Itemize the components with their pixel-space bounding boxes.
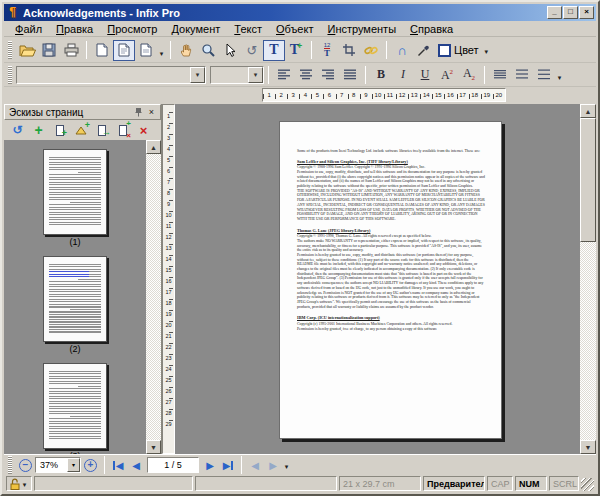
delete-pages-icon[interactable]: ×	[136, 123, 151, 138]
view-fit-width-button[interactable]	[135, 40, 157, 61]
color-dropdown[interactable]: ▾	[482, 48, 491, 60]
view-fit-page-button[interactable]	[113, 40, 135, 61]
scroll-down-icon[interactable]: ▼	[580, 440, 596, 454]
menu-item-help[interactable]: Справка	[403, 22, 460, 36]
text-size-tool-button[interactable]: 12T	[316, 40, 338, 61]
align-center-button[interactable]	[295, 64, 317, 85]
ruler-number: 1	[263, 89, 275, 101]
menu-item-tools[interactable]: Инструменты	[320, 22, 403, 36]
rotate-tool-button[interactable]: ↺	[241, 40, 263, 61]
text-tool-button[interactable]: T	[263, 40, 285, 61]
line-spacing-medium-button[interactable]	[511, 64, 533, 85]
line-spacing-tight-button[interactable]	[489, 64, 511, 85]
thumbnails-scroll-track[interactable]	[146, 154, 161, 440]
document-canvas[interactable]: Some of the products from Iceni Technolo…	[175, 104, 580, 454]
page-thumbnail[interactable]: (3)	[43, 363, 107, 454]
lock-dropdown[interactable]: ▾	[21, 481, 28, 490]
toolbar-grip[interactable]	[8, 66, 12, 84]
eyedropper-icon	[417, 43, 431, 57]
history-forward-button[interactable]: ▶	[264, 457, 282, 474]
font-name-combo[interactable]: ▾	[16, 66, 206, 84]
title-bar[interactable]: ¶ Acknowledgements - Infix Pro _ □ ×	[4, 4, 596, 21]
window-title: Acknowledgements - Infix Pro	[23, 7, 547, 19]
ruler-mark: 5	[163, 156, 174, 167]
toolbar-grip[interactable]	[8, 456, 12, 474]
menu-item-object[interactable]: Объект	[269, 22, 320, 36]
path-tool-button[interactable]: ∩	[391, 40, 413, 61]
toolbar-grip[interactable]	[8, 41, 12, 59]
save-button[interactable]	[38, 40, 60, 61]
thumbnail-label: (1)	[43, 237, 107, 247]
menu-item-text[interactable]: Текст	[227, 22, 269, 36]
ruler-number: 14	[420, 89, 432, 101]
minimize-button[interactable]: _	[547, 6, 562, 19]
font-size-combo[interactable]: ▾	[210, 66, 264, 84]
chevron-down-icon[interactable]: ▾	[190, 67, 205, 83]
print-button[interactable]	[60, 40, 82, 61]
zoom-in-button[interactable]: +	[84, 459, 97, 472]
thumbnails-panel: Эскизы страниц × ↺ + + + → +× ×	[4, 104, 162, 454]
view-options-dropdown[interactable]: ▾	[157, 50, 166, 62]
align-left-button[interactable]	[273, 64, 295, 85]
menu-item-edit[interactable]: Правка	[49, 22, 100, 36]
bold-button[interactable]: B	[370, 64, 392, 85]
menu-item-file[interactable]: Файл	[8, 22, 49, 36]
document-scroll-track[interactable]	[580, 242, 596, 440]
chevron-down-icon[interactable]: ▾	[248, 67, 263, 83]
view-single-page-button[interactable]	[91, 40, 113, 61]
align-right-button[interactable]	[317, 64, 339, 85]
scroll-lock-indicator: SCRL	[549, 476, 579, 491]
zoom-level-combo[interactable]: 37% ▾	[35, 457, 81, 473]
scroll-down-icon[interactable]: ▼	[146, 440, 161, 454]
insert-page-icon[interactable]: +	[31, 123, 46, 138]
scroll-up-icon[interactable]: ▲	[146, 140, 161, 154]
scrollbar-thumb[interactable]	[580, 118, 596, 242]
eyedropper-tool-button[interactable]	[413, 40, 435, 61]
link-tool-button[interactable]	[360, 40, 382, 61]
hand-tool-button[interactable]	[175, 40, 197, 61]
lock-button[interactable]: ▾	[6, 476, 32, 491]
panel-close-icon[interactable]: ×	[145, 106, 158, 118]
pin-icon[interactable]	[132, 106, 145, 118]
page-size-field: 21 x 29.7 cm	[339, 476, 421, 491]
select-tool-button[interactable]	[219, 40, 241, 61]
align-justify-button[interactable]	[339, 64, 361, 85]
first-page-icon: ◀	[116, 460, 124, 471]
maximize-button[interactable]: □	[563, 6, 578, 19]
close-button[interactable]: ×	[579, 6, 594, 19]
replace-pages-icon[interactable]: +×	[115, 123, 130, 138]
duplicate-page-icon[interactable]: +	[52, 123, 67, 138]
menu-item-view[interactable]: Просмотр	[100, 22, 164, 36]
line-spacing-dropdown[interactable]: ▾	[555, 74, 564, 86]
export-pages-icon[interactable]: →	[94, 123, 109, 138]
italic-button[interactable]: I	[392, 64, 414, 85]
next-page-button[interactable]: ▶	[201, 457, 219, 474]
superscript-button[interactable]: A2	[436, 64, 458, 85]
page-thumbnail[interactable]: (2)	[43, 256, 107, 354]
subscript-button[interactable]: A2	[458, 64, 480, 85]
rotate-page-icon[interactable]: ↺	[10, 123, 25, 138]
scroll-up-icon[interactable]: ▲	[580, 104, 596, 118]
import-pages-icon[interactable]: +	[73, 123, 88, 138]
menu-item-document[interactable]: Документ	[164, 22, 227, 36]
line-spacing-wide-button[interactable]	[533, 64, 555, 85]
history-back-button[interactable]: ◀	[246, 457, 264, 474]
underline-button[interactable]: U	[414, 64, 436, 85]
toolbar-separator	[104, 456, 105, 474]
ruler-mark: 17	[163, 288, 174, 299]
page-thumbnail[interactable]: (1)	[43, 149, 107, 247]
chevron-down-icon[interactable]: ▾	[67, 458, 80, 472]
last-page-button[interactable]: ▶	[219, 457, 237, 474]
resize-grip[interactable]	[581, 478, 594, 491]
crop-tool-button[interactable]	[338, 40, 360, 61]
document-page[interactable]: Some of the products from Iceni Technolo…	[279, 121, 502, 439]
add-text-tool-button[interactable]: T+	[285, 40, 307, 61]
first-page-button[interactable]: ◀	[109, 457, 127, 474]
color-picker-button[interactable]: Цвет ▾	[435, 40, 494, 61]
zoom-tool-button[interactable]	[197, 40, 219, 61]
page-indicator[interactable]: 1 / 5	[147, 457, 199, 473]
open-button[interactable]	[16, 40, 38, 61]
previous-page-button[interactable]: ◀	[127, 457, 145, 474]
nav-options-dropdown[interactable]: ▾	[282, 463, 291, 475]
zoom-out-button[interactable]: −	[19, 459, 32, 472]
